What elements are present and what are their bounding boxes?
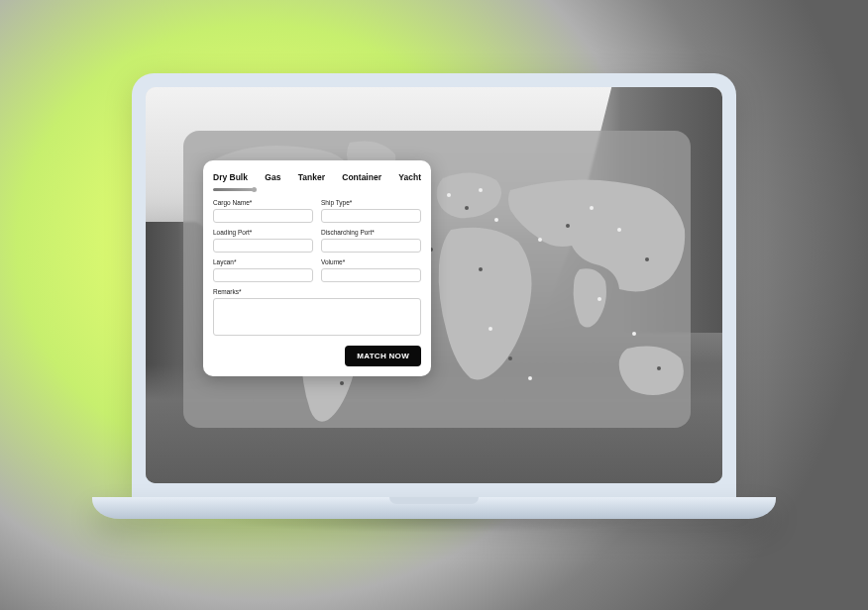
svg-point-23 (597, 297, 601, 301)
category-tabs: Dry Bulk Gas Tanker Container Yacht (213, 170, 421, 186)
svg-point-19 (566, 224, 570, 228)
svg-point-10 (447, 193, 451, 197)
svg-point-27 (340, 381, 344, 385)
svg-point-17 (528, 376, 532, 380)
input-loading-port[interactable] (213, 239, 313, 253)
laptop-shadow (112, 519, 756, 539)
cargo-form-card: Dry Bulk Gas Tanker Container Yacht Carg… (203, 160, 431, 376)
input-ship-type[interactable] (321, 209, 421, 223)
svg-point-21 (617, 228, 621, 232)
svg-point-20 (590, 206, 594, 210)
laptop-mockup: Dry Bulk Gas Tanker Container Yacht Carg… (132, 73, 736, 539)
form-actions: MATCH NOW (213, 346, 421, 366)
field-volume: Volume* (321, 258, 421, 282)
label-loading-port: Loading Port* (213, 229, 313, 236)
field-remarks: Remarks* (213, 288, 421, 336)
label-ship-type: Ship Type* (321, 199, 421, 206)
svg-point-16 (508, 356, 512, 360)
tab-gas[interactable]: Gas (265, 170, 280, 186)
screen-bezel: Dry Bulk Gas Tanker Container Yacht Carg… (132, 73, 736, 497)
label-remarks: Remarks* (213, 288, 421, 295)
svg-point-11 (465, 206, 469, 210)
field-laycan: Laycan* (213, 258, 313, 282)
field-discharging-port: Discharching Port* (321, 229, 421, 253)
svg-point-12 (479, 188, 483, 192)
input-discharging-port[interactable] (321, 239, 421, 253)
input-laycan[interactable] (213, 268, 313, 282)
label-laycan: Laycan* (213, 258, 313, 265)
svg-point-13 (494, 218, 498, 222)
svg-point-14 (479, 267, 483, 271)
form-fields: Cargo Name* Ship Type* Loading Port* Dis… (213, 199, 421, 336)
svg-point-25 (657, 366, 661, 370)
tab-dry-bulk[interactable]: Dry Bulk (213, 170, 248, 186)
input-volume[interactable] (321, 268, 421, 282)
field-ship-type: Ship Type* (321, 199, 421, 223)
laptop-base (92, 497, 776, 519)
label-volume: Volume* (321, 258, 421, 265)
svg-point-15 (488, 327, 492, 331)
input-remarks[interactable] (213, 298, 421, 336)
tab-yacht[interactable]: Yacht (398, 170, 421, 186)
svg-point-24 (632, 332, 636, 336)
label-cargo-name: Cargo Name* (213, 199, 313, 206)
tab-container[interactable]: Container (342, 170, 381, 186)
input-cargo-name[interactable] (213, 209, 313, 223)
app-screen: Dry Bulk Gas Tanker Container Yacht Carg… (146, 87, 722, 483)
tab-tanker[interactable]: Tanker (298, 170, 325, 186)
tab-active-indicator (213, 188, 255, 191)
field-cargo-name: Cargo Name* (213, 199, 313, 223)
label-discharging-port: Discharching Port* (321, 229, 421, 236)
field-loading-port: Loading Port* (213, 229, 313, 253)
svg-point-22 (645, 257, 649, 261)
match-now-button[interactable]: MATCH NOW (345, 346, 421, 366)
laptop-notch (389, 497, 479, 504)
svg-point-18 (538, 238, 542, 242)
